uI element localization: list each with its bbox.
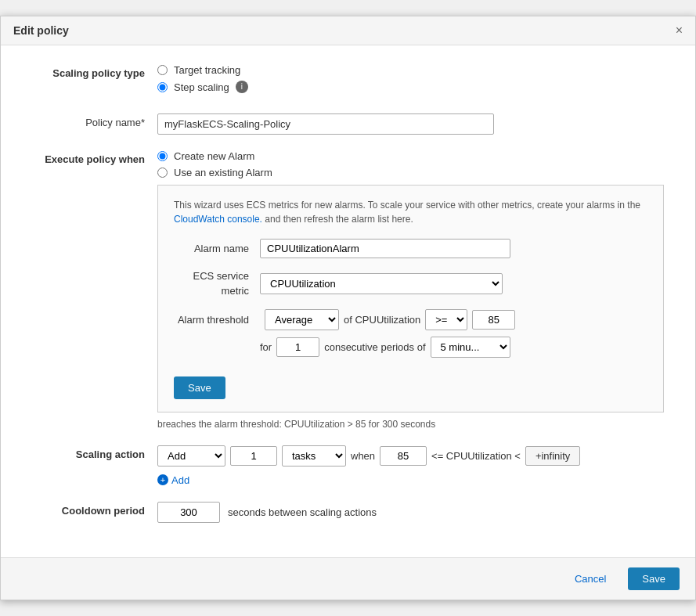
target-tracking-radio[interactable] <box>157 65 168 75</box>
period-select[interactable]: 5 minu... 1 minute 10 minutes 15 minutes <box>431 337 510 358</box>
scaling-action-select[interactable]: Add Remove <box>157 445 225 467</box>
scaling-quantity-input[interactable] <box>230 446 277 466</box>
close-button[interactable]: × <box>676 24 683 37</box>
use-existing-alarm-label: Use an existing Alarm <box>174 167 272 178</box>
edit-policy-modal: Edit policy × Scaling policy type Target… <box>0 16 696 600</box>
modal-body: Scaling policy type Target tracking Step… <box>1 45 695 557</box>
use-existing-alarm-option[interactable]: Use an existing Alarm <box>157 167 664 178</box>
step-scaling-option[interactable]: Step scaling i <box>157 81 664 93</box>
modal-header: Edit policy × <box>1 16 695 45</box>
alarm-threshold-row: Alarm threshold Average Sum Minimum Maxi… <box>174 309 647 358</box>
scaling-action-row: Scaling action Add Remove tasks percent … <box>32 445 664 486</box>
execute-policy-content: Create new Alarm Use an existing Alarm T… <box>157 150 664 429</box>
scaling-action-content: Add Remove tasks percent when <= CPUUtil… <box>157 445 664 486</box>
policy-name-content <box>157 113 664 135</box>
execute-policy-label: Execute policy when <box>32 150 157 165</box>
cooldown-period-row: Cooldown period seconds between scaling … <box>32 502 664 523</box>
create-new-alarm-label: Create new Alarm <box>174 150 254 162</box>
consecutive-label: consecutive periods of <box>324 341 425 353</box>
consecutive-row: for consecutive periods of 5 minu... 1 m… <box>260 337 510 358</box>
threshold-value-input[interactable] <box>472 310 515 330</box>
add-scaling-action-link[interactable]: + Add <box>157 474 664 486</box>
cooldown-input[interactable] <box>157 502 220 523</box>
plus-circle-icon: + <box>157 474 168 485</box>
alarm-box: This wizard uses ECS metrics for new ala… <box>157 185 664 412</box>
modal-footer: Cancel Save <box>1 557 695 600</box>
info-icon[interactable]: i <box>236 81 248 93</box>
threshold-controls: Average Sum Minimum Maximum of CPUUtiliz… <box>265 309 515 330</box>
cooldown-label: Cooldown period <box>32 502 157 517</box>
ecs-metric-label: ECS service metric <box>174 269 260 297</box>
ecs-metric-row: ECS service metric CPUUtilization Memory… <box>174 269 647 297</box>
scaling-policy-type-content: Target tracking Step scaling i <box>157 64 664 98</box>
policy-name-row: Policy name* <box>32 113 664 135</box>
alarm-name-label: Alarm name <box>174 243 260 254</box>
footer-save-button[interactable]: Save <box>628 567 680 590</box>
cooldown-suffix: seconds between scaling actions <box>228 506 377 518</box>
policy-name-label: Policy name* <box>32 113 157 128</box>
infinity-button[interactable]: +infinity <box>525 446 580 466</box>
scaling-when-input[interactable] <box>380 446 427 466</box>
target-tracking-label: Target tracking <box>174 64 240 76</box>
alarm-name-input[interactable] <box>260 239 510 258</box>
for-label: for <box>260 341 272 353</box>
ecs-metric-select[interactable]: CPUUtilization MemoryUtilization <box>260 273 503 294</box>
target-tracking-option[interactable]: Target tracking <box>157 64 664 76</box>
scaling-action-controls: Add Remove tasks percent when <= CPUUtil… <box>157 445 664 467</box>
breach-text: breaches the alarm threshold: CPUUtiliza… <box>157 419 664 430</box>
scaling-action-label: Scaling action <box>32 445 157 460</box>
cooldown-content: seconds between scaling actions <box>157 502 664 523</box>
add-label: Add <box>171 474 189 486</box>
alarm-save-button[interactable]: Save <box>174 376 225 399</box>
step-scaling-label: Step scaling <box>174 81 229 93</box>
scaling-unit-select[interactable]: tasks percent <box>282 445 346 467</box>
scaling-policy-type-row: Scaling policy type Target tracking Step… <box>32 64 664 98</box>
step-scaling-radio[interactable] <box>157 82 168 92</box>
create-new-alarm-option[interactable]: Create new Alarm <box>157 150 664 162</box>
operator-label: <= CPUUtilization < <box>431 450 521 462</box>
threshold-stat-select[interactable]: Average Sum Minimum Maximum <box>265 309 339 330</box>
threshold-operator-select[interactable]: >= > <= < <box>425 309 467 330</box>
when-label: when <box>351 450 375 462</box>
alarm-info-text-part1: This wizard uses ECS metrics for new ala… <box>174 200 640 211</box>
alarm-info-text: This wizard uses ECS metrics for new ala… <box>174 198 647 226</box>
threshold-metric-text: of CPUUtilization <box>344 314 420 326</box>
execute-policy-row: Execute policy when Create new Alarm Use… <box>32 150 664 429</box>
create-new-alarm-radio[interactable] <box>157 151 168 161</box>
scaling-policy-type-label: Scaling policy type <box>32 64 157 79</box>
consecutive-input[interactable] <box>276 337 319 357</box>
use-existing-alarm-radio[interactable] <box>157 168 168 178</box>
cooldown-controls: seconds between scaling actions <box>157 502 664 523</box>
alarm-threshold-label: Alarm threshold <box>174 314 260 326</box>
cancel-button[interactable]: Cancel <box>561 567 620 590</box>
alarm-name-row: Alarm name <box>174 239 647 258</box>
alarm-info-text-part2: and then refresh the alarm list here. <box>265 214 413 225</box>
policy-name-input[interactable] <box>157 113 494 135</box>
modal-title: Edit policy <box>13 24 69 37</box>
cloudwatch-link[interactable]: CloudWatch console. <box>174 214 262 225</box>
